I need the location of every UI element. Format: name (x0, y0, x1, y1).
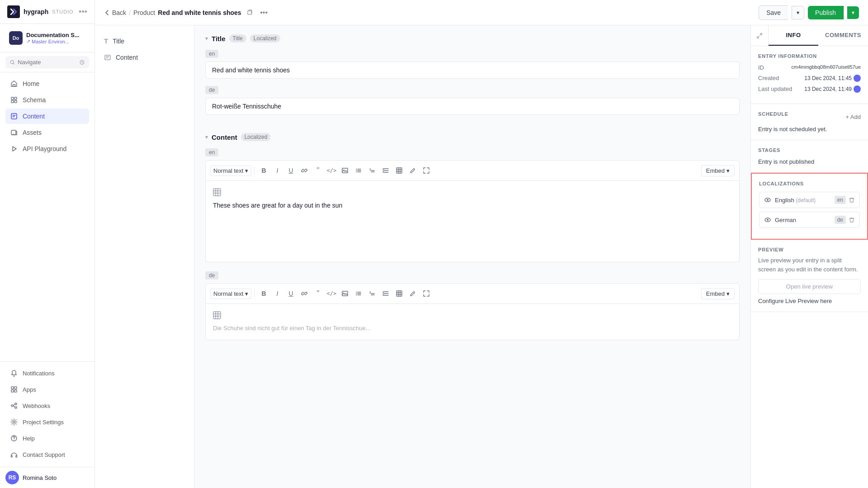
sidebar-item-label-project-settings: Project Settings (23, 419, 64, 426)
title-de-input[interactable] (205, 98, 740, 115)
image-button[interactable] (339, 164, 351, 177)
editor-en-toolbar: Normal text ▾ B I U (205, 160, 740, 181)
sidebar-item-api-playground[interactable]: API Playground (5, 141, 89, 156)
eye-icon-english[interactable] (764, 196, 771, 204)
fullscreen-button[interactable] (420, 164, 433, 177)
panel-collapse-button[interactable] (751, 25, 769, 46)
code-inline-button[interactable]: </> (325, 164, 338, 177)
link-button[interactable] (298, 164, 311, 177)
de-bullet-list-button[interactable] (352, 287, 365, 300)
de-code-inline-button[interactable]: </> (325, 287, 338, 300)
copy-id-button[interactable] (244, 7, 255, 18)
field-item-title[interactable]: T Title (95, 33, 194, 49)
table-button[interactable] (393, 164, 406, 177)
sidebar-item-label-contact-support: Contact Support (23, 451, 65, 458)
sidebar-item-label-notifications: Notifications (23, 370, 55, 377)
content-de-editor: Normal text ▾ B I U (205, 283, 740, 340)
de-fullscreen-button[interactable] (420, 287, 433, 300)
sidebar-item-contact-support[interactable]: Contact Support (5, 447, 89, 462)
content-en-block: en Normal text ▾ B I U (205, 148, 740, 262)
de-embed-button[interactable]: Embed ▾ (701, 288, 735, 299)
de-image-button[interactable] (339, 287, 351, 300)
sidebar-item-webhooks[interactable]: Webhooks (5, 398, 89, 413)
sidebar-item-assets[interactable]: Assets (5, 125, 89, 140)
field-item-content[interactable]: Content (95, 49, 194, 66)
title-badge1: Title (229, 34, 246, 43)
de-text-format-chevron: ▾ (245, 290, 248, 297)
breadcrumb-separator: / (129, 9, 131, 16)
localization-item-english: English (default) en (759, 192, 860, 208)
de-indent-button[interactable] (379, 287, 392, 300)
search-input[interactable] (18, 59, 77, 66)
embed-button[interactable]: Embed ▾ (701, 165, 735, 176)
indent-button[interactable] (379, 164, 392, 177)
more-menu-icon[interactable]: ••• (79, 7, 87, 17)
de-table-button[interactable] (393, 287, 406, 300)
entry-information-section: ENTRY INFORMATION ID cm4mmgbbq08m607uise… (751, 46, 868, 104)
open-live-preview-button[interactable]: Open live preview (758, 279, 861, 294)
save-dropdown-button[interactable]: ▾ (792, 6, 804, 19)
content-area: T Title Content ▾ Title Tit (95, 25, 868, 488)
svg-rect-22 (16, 455, 17, 457)
more-options-button[interactable]: ••• (258, 6, 270, 19)
svg-point-18 (13, 421, 15, 423)
loc-right-german: de (835, 216, 855, 224)
de-blockquote-button[interactable]: " (311, 287, 324, 300)
tab-info[interactable]: INFO (769, 25, 818, 46)
svg-rect-8 (11, 114, 17, 119)
schedule-title: SCHEDULE (758, 111, 788, 117)
de-text-format-select[interactable]: Normal text ▾ (210, 289, 251, 299)
loc-left-german: German (764, 216, 796, 223)
bold-button[interactable]: B (257, 164, 270, 177)
workspace-item[interactable]: Do Documentation S... ↗ Master Environ..… (5, 28, 89, 47)
de-bold-button[interactable]: B (257, 287, 270, 300)
sidebar-item-content[interactable]: Content (5, 109, 89, 124)
edit-button[interactable] (406, 164, 419, 177)
schedule-add-button[interactable]: + Add (845, 114, 861, 120)
sidebar-item-schema[interactable]: Schema (5, 92, 89, 108)
sidebar-item-project-settings[interactable]: Project Settings (5, 414, 89, 430)
user-name: Romina Soto (23, 474, 57, 481)
sidebar-item-label-apps: Apps (23, 386, 36, 393)
user-avatar: RS (5, 471, 19, 484)
editor-en-body[interactable]: These shoes are great for a day out in t… (205, 181, 740, 262)
title-en-input[interactable] (205, 62, 740, 79)
save-button[interactable]: Save (759, 5, 788, 20)
de-italic-button[interactable]: I (271, 287, 283, 300)
schema-icon (10, 96, 18, 104)
back-button[interactable]: Back (104, 9, 126, 16)
svg-rect-23 (248, 11, 251, 14)
eye-icon-german[interactable] (764, 216, 771, 223)
bullet-list-button[interactable] (352, 164, 365, 177)
sidebar-item-notifications[interactable]: Notifications (5, 365, 89, 381)
underline-button[interactable]: U (284, 164, 297, 177)
de-link-button[interactable] (298, 287, 311, 300)
publish-dropdown-button[interactable]: ▾ (847, 6, 859, 19)
sidebar-item-apps[interactable]: Apps (5, 382, 89, 397)
sidebar-item-home[interactable]: Home (5, 76, 89, 91)
tab-comments[interactable]: COMMENTS (818, 25, 868, 46)
breadcrumb-current: Red and white tennis shoes (158, 9, 241, 16)
content-en-editor: Normal text ▾ B I U (205, 160, 740, 262)
content-toggle[interactable]: ▾ (205, 134, 208, 140)
editor-de-body[interactable]: Die Schuhe sind nicht gut für einen Tag … (205, 304, 740, 340)
localization-delete-english[interactable] (849, 197, 855, 203)
localization-delete-german[interactable] (849, 217, 855, 223)
de-edit-button[interactable] (406, 287, 419, 300)
toolbar-divider-1 (254, 166, 255, 175)
publish-button[interactable]: Publish (808, 6, 844, 19)
sidebar-item-help[interactable]: Help (5, 431, 89, 446)
id-value: cm4mmgbbq08m607uisetl57ue (792, 64, 861, 70)
breadcrumb-parent[interactable]: Product (133, 9, 155, 16)
api-icon (10, 145, 18, 153)
configure-live-preview-link[interactable]: Configure Live Preview here (758, 298, 861, 304)
italic-button[interactable]: I (271, 164, 283, 177)
svg-point-17 (15, 407, 17, 408)
ordered-list-button[interactable] (366, 164, 378, 177)
de-ordered-list-button[interactable] (366, 287, 378, 300)
text-format-select[interactable]: Normal text ▾ (210, 166, 251, 176)
blockquote-button[interactable]: " (311, 164, 324, 177)
de-underline-button[interactable]: U (284, 287, 297, 300)
search-box[interactable] (5, 56, 89, 68)
title-toggle[interactable]: ▾ (205, 35, 208, 42)
